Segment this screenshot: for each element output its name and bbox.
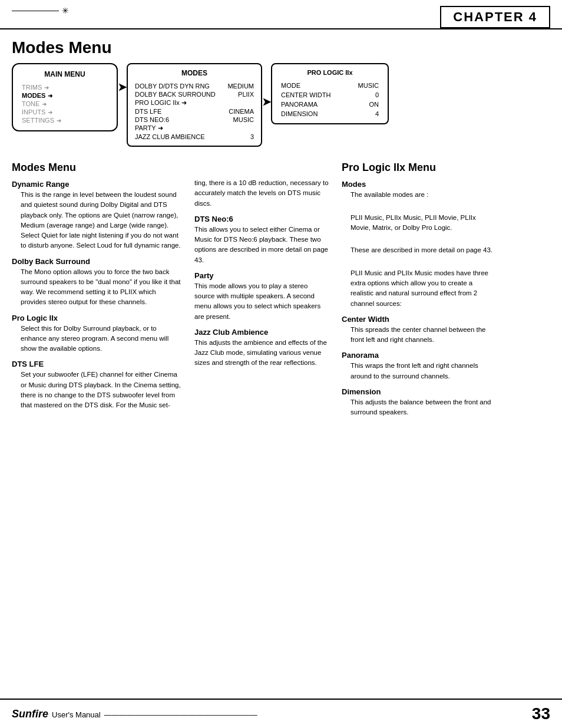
modes-row-3-label: DTS LFE bbox=[135, 108, 161, 115]
modes-row-1: DOLBY BACK SURROUND PLIIX bbox=[135, 90, 254, 98]
party-title: Party bbox=[194, 271, 330, 280]
party-section: Party This mode allows you to play a ste… bbox=[194, 271, 330, 322]
pro-row-0-value: MUSIC bbox=[358, 82, 379, 89]
plii-note: PLII Music and PLIIx Music modes have th… bbox=[342, 258, 495, 309]
dolby-back-title: Dolby Back Surround bbox=[12, 257, 183, 266]
dts-lfe-text: Set your subwoofer (LFE) channel for eit… bbox=[21, 370, 183, 410]
arrow2-icon: ➤ bbox=[262, 95, 271, 108]
modes-row-2: PRO LOGIC IIx ➜ bbox=[135, 98, 254, 107]
tone-arrow: ➜ bbox=[42, 101, 47, 107]
pro-logic-item-text: Select this for Dolby Surround playback,… bbox=[21, 324, 183, 354]
modes-intro: The available modes are : bbox=[351, 190, 495, 200]
menu-item-trims-label: TRIMS bbox=[22, 84, 42, 91]
page-footer: Sunfire User's Manual ——————————————————… bbox=[0, 699, 562, 728]
dolby-back-section: Dolby Back Surround The Mono option allo… bbox=[12, 257, 183, 308]
pro-row-2-label: PANORAMA bbox=[281, 101, 318, 108]
header-star-icon: ✳ bbox=[62, 6, 69, 15]
modes-menu-heading: Modes Menu bbox=[12, 162, 183, 174]
center-width-title: Center Width bbox=[342, 315, 495, 324]
pro-logic-section-heading: Pro Logic IIx Menu bbox=[342, 162, 495, 174]
modes-row-6: JAZZ CLUB AMBIENCE 3 bbox=[135, 133, 254, 141]
modes-box: MODES DOLBY D/DTS DYN RNG MEDIUM DOLBY B… bbox=[127, 63, 262, 147]
modes-row-5-label: PARTY ➜ bbox=[135, 124, 163, 132]
modes-list: PLII Music, PLIIx Music, PLII Movie, PLI… bbox=[351, 202, 495, 233]
menu-item-tone: TONE ➜ bbox=[22, 100, 108, 108]
pro-logic-item-title: Pro Logic IIx bbox=[12, 314, 183, 322]
manual-label: User's Manual bbox=[52, 710, 101, 719]
modes-row-6-value: 3 bbox=[250, 133, 254, 140]
dolby-back-text: The Mono option allows you to force the … bbox=[21, 267, 183, 308]
pro-logic-section-item: Pro Logic IIx Select this for Dolby Surr… bbox=[12, 314, 183, 354]
pro-row-3-label: DIMENSION bbox=[281, 110, 318, 117]
arrow1: ➤ bbox=[118, 81, 127, 94]
arrow2: ➤ bbox=[262, 95, 271, 108]
party-text: This mode allows you to play a stereo so… bbox=[194, 281, 330, 322]
pro-row-1: CENTER WIDTH 0 bbox=[281, 90, 379, 100]
menu-item-inputs: INPUTS ➜ bbox=[22, 108, 108, 116]
chapter-title: CHAPTER 4 bbox=[453, 9, 537, 25]
menu-item-trims: TRIMS ➜ bbox=[22, 83, 108, 91]
middle-text-column: ting, there is a 10 dB reduction, necess… bbox=[194, 162, 330, 420]
trims-arrow: ➜ bbox=[44, 84, 49, 91]
page-title: Modes Menu bbox=[0, 29, 562, 63]
footer-line-dash: ———————————————————— bbox=[104, 710, 257, 719]
menu-item-modes: MODES ➜ bbox=[22, 91, 108, 100]
menu-item-settings-label: SETTINGS bbox=[22, 117, 54, 124]
left-text-column: Modes Menu Dynamic Range This is the ran… bbox=[12, 162, 183, 420]
chapter-badge: CHAPTER 4 bbox=[440, 6, 550, 28]
dimension-title: Dimension bbox=[342, 387, 495, 396]
panorama-text: This wraps the front left and right chan… bbox=[351, 361, 495, 381]
modes-row-3-value: CINEMA bbox=[229, 108, 254, 115]
dts-lfe-section: DTS LFE Set your subwoofer (LFE) channel… bbox=[12, 360, 183, 410]
modes-row-4-value: MUSIC bbox=[233, 116, 254, 123]
dimension-section: Dimension This adjusts the balance betwe… bbox=[342, 387, 495, 418]
music-setting-text: ting, there is a 10 dB reduction, necess… bbox=[194, 178, 330, 209]
header-line bbox=[12, 11, 59, 11]
pro-logic-title: PRO LOGIC IIx bbox=[281, 69, 379, 76]
modes-row-0-value: MEDIUM bbox=[227, 83, 254, 90]
jazz-club-text: This adjusts the ambience and effects of… bbox=[194, 338, 330, 368]
modes-detail: These are described in more detail on pa… bbox=[351, 235, 495, 256]
modes-subsection-title: Modes bbox=[342, 180, 495, 189]
pro-row-3: DIMENSION 4 bbox=[281, 109, 379, 118]
modes-row-3: DTS LFE CINEMA bbox=[135, 107, 254, 116]
main-menu-box: MAIN MENU TRIMS ➜ MODES ➜ TONE ➜ INPUTS … bbox=[12, 63, 118, 131]
page-header: ✳ CHAPTER 4 bbox=[0, 0, 562, 29]
modes-row-6-label: JAZZ CLUB AMBIENCE bbox=[135, 133, 205, 140]
dynamic-range-section: Dynamic Range This is the range in level… bbox=[12, 180, 183, 251]
dts-neo6-text: This allows you to select either Cinema … bbox=[194, 225, 330, 265]
main-menu-title: MAIN MENU bbox=[22, 70, 108, 78]
inputs-arrow: ➜ bbox=[48, 109, 52, 116]
right-text-column: Pro Logic IIx Menu Modes The available m… bbox=[342, 162, 495, 420]
modes-row-1-value: PLIIX bbox=[238, 91, 254, 98]
menu-item-inputs-label: INPUTS bbox=[22, 108, 45, 116]
pro-row-1-value: 0 bbox=[375, 91, 379, 98]
modes-row-4-label: DTS NEO:6 bbox=[135, 116, 169, 123]
jazz-club-title: Jazz Club Ambience bbox=[194, 328, 330, 337]
footer-brand-area: Sunfire User's Manual ——————————————————… bbox=[12, 708, 257, 720]
pro-row-0: MODE MUSIC bbox=[281, 81, 379, 90]
dynamic-range-title: Dynamic Range bbox=[12, 180, 183, 189]
pro-row-1-label: CENTER WIDTH bbox=[281, 91, 330, 98]
dynamic-range-text: This is the range in level between the l… bbox=[21, 190, 183, 251]
dts-neo6-section: DTS Neo:6 This allows you to select eith… bbox=[194, 215, 330, 265]
pro-row-3-value: 4 bbox=[375, 110, 379, 117]
pro-row-2: PANORAMA ON bbox=[281, 100, 379, 109]
menu-item-tone-label: TONE bbox=[22, 100, 39, 107]
menu-item-modes-label: MODES bbox=[22, 92, 45, 99]
panorama-section: Panorama This wraps the front left and r… bbox=[342, 351, 495, 381]
menu-item-settings: SETTINGS ➜ bbox=[22, 116, 108, 124]
panorama-title: Panorama bbox=[342, 351, 495, 360]
modes-arrow: ➜ bbox=[48, 93, 52, 99]
settings-arrow: ➜ bbox=[57, 117, 61, 124]
modes-row-5: PARTY ➜ bbox=[135, 124, 254, 133]
modes-row-2-label: PRO LOGIC IIx ➜ bbox=[135, 99, 187, 107]
middle-spacer bbox=[194, 162, 330, 178]
arrow1-icon: ➤ bbox=[118, 81, 127, 94]
pro-logic-box: PRO LOGIC IIx MODE MUSIC CENTER WIDTH 0 … bbox=[271, 63, 389, 124]
dimension-text: This adjusts the balance between the fro… bbox=[351, 397, 495, 418]
pro-row-0-label: MODE bbox=[281, 82, 300, 89]
center-width-section: Center Width This spreads the center cha… bbox=[342, 315, 495, 345]
dts-lfe-title: DTS LFE bbox=[12, 360, 183, 368]
modes-row-0-label: DOLBY D/DTS DYN RNG bbox=[135, 83, 210, 90]
